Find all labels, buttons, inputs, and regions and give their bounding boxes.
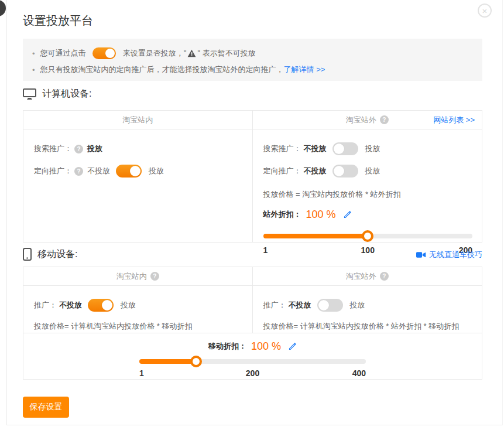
close-button[interactable]: × [478, 4, 492, 18]
notice-line-2: • 您只有投放淘宝站内的定向推广后，才能选择投放淘宝站外的定向推广， 了解详情 … [32, 63, 473, 77]
discount-label: 移动折扣： [208, 341, 246, 351]
row-label: 推广： [263, 300, 286, 310]
slider-thumb[interactable] [362, 230, 373, 242]
scale-mid: 200 [246, 368, 259, 378]
computer-icon [23, 88, 36, 100]
offsite-discount-slider[interactable] [263, 230, 473, 242]
state-on-label: 投放 [365, 144, 380, 154]
close-icon: × [482, 6, 488, 16]
dialog-title: 设置投放平台 [23, 13, 93, 29]
mobile-onsite-cell: 推广： 不投放 投放 投放价格= 计算机淘宝站内投放价格 * 移动折扣 [23, 286, 253, 333]
slider-fill [263, 234, 368, 238]
edit-pencil-icon[interactable] [343, 210, 352, 219]
mobile-offsite-header: 淘宝站外 ? [253, 267, 482, 285]
mobile-onsite-price-formula: 投放价格= 计算机淘宝站内投放价格 * 移动折扣 [34, 321, 243, 332]
row-label: 搜索推广： [263, 144, 301, 154]
state-off-label: 不投放 [59, 300, 82, 310]
mobile-discount-slider[interactable] [139, 356, 366, 367]
learn-more-link[interactable]: 了解详情 >> [284, 64, 325, 75]
row-label: 推广： [34, 300, 57, 310]
toggle-knob [318, 300, 329, 310]
discount-label: 站外折扣： [263, 209, 301, 220]
slider-thumb[interactable] [190, 356, 202, 367]
mobile-discount-row: 移动折扣： 100 % 1 200 400 [23, 333, 482, 380]
mobile-section-heading: 移动设备: 无线直通车技巧 [23, 248, 482, 261]
search-promo-row: 搜索推广： ? 投放 [34, 142, 243, 155]
state-on-label: 投放 [350, 300, 365, 310]
header-label: 淘宝站外 [346, 115, 376, 125]
computer-offsite-search-toggle[interactable] [332, 142, 358, 155]
toggle-knob [334, 144, 344, 154]
help-icon[interactable]: ? [380, 115, 389, 124]
mobile-section-label: 移动设备: [37, 248, 77, 261]
slider-fill [139, 359, 196, 364]
mobile-onsite-header: 淘宝站内 ? [23, 267, 253, 285]
help-icon[interactable]: ? [74, 167, 83, 176]
set-platform-dialog: × 设置投放平台 • 您可通过点击 来设置是否投放，" " 表示暂不可投放 • … [6, 0, 503, 425]
toggle-knob [334, 166, 344, 176]
computer-offsite-cell: 搜索推广： 不投放 投放 定向推广： 不投放 投放 投放价格 = 淘宝站内投放价… [253, 129, 482, 243]
warning-icon [187, 49, 196, 57]
state-on-label: 投放 [121, 300, 136, 310]
toggle-knob [105, 49, 115, 58]
slider-scale: 1 200 400 [139, 368, 366, 379]
notice-box: • 您可通过点击 来设置是否投放，" " 表示暂不可投放 • 您只有投放淘宝站内… [23, 39, 482, 81]
wireless-tips-link[interactable]: 无线直通车技巧 [416, 250, 482, 260]
discount-value: 100 % [251, 340, 281, 353]
mobile-table-header: 淘宝站内 ? 淘宝站外 ? [23, 267, 482, 286]
video-icon [416, 251, 426, 258]
computer-platform-table: 淘宝站内 淘宝站外 ? 网站列表 >> 搜索推广： ? 投放 定向推广： ? 不… [23, 110, 482, 243]
mobile-offsite-cell: 推广： 不投放 投放 投放价格= 计算机淘宝站内投放价格 * 站外折扣 * 移动… [253, 286, 482, 333]
help-icon[interactable]: ? [380, 272, 389, 281]
example-toggle [92, 47, 116, 59]
edit-pencil-icon[interactable] [288, 342, 297, 351]
state-off-label: 不投放 [87, 166, 110, 176]
help-icon[interactable]: ? [150, 272, 159, 281]
mobile-platform-table: 淘宝站内 ? 淘宝站外 ? 推广： 不投放 投放 投放价格= 计算机淘宝站内投放… [23, 267, 482, 380]
state-label: 投放 [87, 144, 102, 154]
computer-onsite-cell: 搜索推广： ? 投放 定向推广： ? 不投放 投放 [23, 129, 253, 243]
state-off-label: 不投放 [289, 300, 311, 310]
state-off-label: 不投放 [304, 166, 327, 176]
target-promo-row: 定向推广： 不投放 投放 [263, 165, 473, 178]
computer-section-heading: 计算机设备: [23, 88, 482, 100]
header-label: 淘宝站内 [122, 115, 153, 125]
mobile-discount-line: 移动折扣： 100 % [23, 339, 482, 353]
mobile-phone-icon [23, 248, 32, 261]
mobile-offsite-toggle[interactable] [317, 299, 343, 312]
bullet-icon: • [32, 66, 35, 74]
promo-row: 推广： 不投放 投放 [263, 299, 473, 312]
computer-table-header: 淘宝站内 淘宝站外 ? 网站列表 >> [23, 111, 482, 129]
mobile-table-body: 推广： 不投放 投放 投放价格= 计算机淘宝站内投放价格 * 移动折扣 推广： … [23, 286, 482, 333]
notice-text: 来设置是否投放，" [121, 48, 186, 59]
mobile-onsite-toggle[interactable] [88, 299, 114, 312]
notice-line-1: • 您可通过点击 来设置是否投放，" " 表示暂不可投放 [32, 46, 473, 60]
notice-text: " 表示暂不可投放 [197, 48, 255, 59]
tips-link-label: 无线直通车技巧 [429, 250, 482, 260]
computer-offsite-target-toggle[interactable] [332, 165, 358, 178]
toggle-knob [130, 166, 140, 176]
computer-onsite-header: 淘宝站内 [23, 111, 253, 129]
promo-row: 推广： 不投放 投放 [34, 299, 243, 312]
computer-table-body: 搜索推广： ? 投放 定向推广： ? 不投放 投放 搜索推广： 不投放 投放 [23, 129, 482, 243]
notice-text: 您只有投放淘宝站内的定向推广后，才能选择投放淘宝站外的定向推广， [40, 64, 284, 75]
site-list-link[interactable]: 网站列表 >> [433, 115, 475, 125]
computer-section-label: 计算机设备: [42, 88, 91, 100]
row-label: 搜索推广： [34, 144, 72, 154]
state-off-label: 不投放 [304, 144, 327, 154]
save-settings-button[interactable]: 保存设置 [23, 397, 69, 418]
discount-value: 100 % [306, 209, 336, 221]
toggle-knob [102, 300, 112, 310]
offsite-discount-line: 站外折扣： 100 % [263, 207, 473, 222]
row-label: 定向推广： [34, 166, 72, 176]
bullet-icon: • [32, 49, 35, 58]
computer-onsite-target-toggle[interactable] [116, 165, 142, 178]
background-badge [0, 0, 6, 16]
header-label: 淘宝站外 [346, 271, 376, 282]
row-label: 定向推广： [263, 166, 301, 176]
mobile-offsite-price-formula: 投放价格= 计算机淘宝站内投放价格 * 站外折扣 * 移动折扣 [263, 321, 473, 332]
help-icon[interactable]: ? [74, 145, 83, 153]
state-on-label: 投放 [149, 166, 164, 176]
computer-offsite-header: 淘宝站外 ? 网站列表 >> [253, 111, 482, 129]
scale-max: 400 [352, 368, 366, 378]
